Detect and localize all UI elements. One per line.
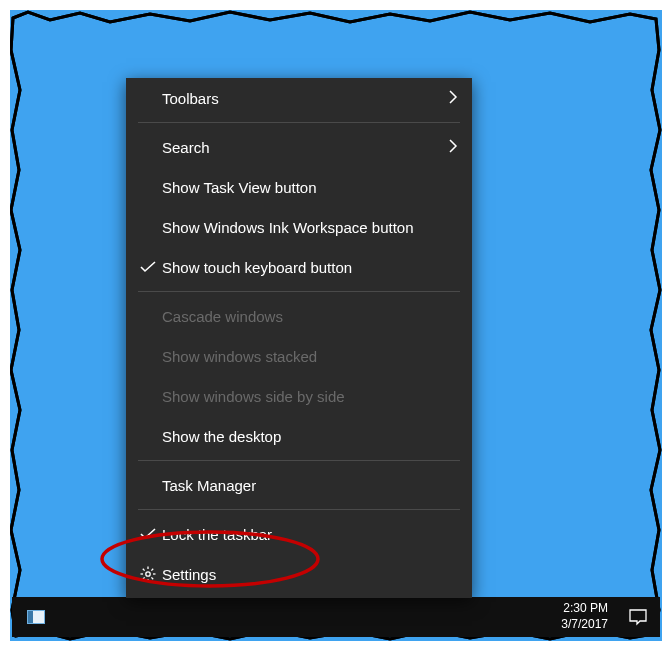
menu-label: Task Manager <box>162 477 458 494</box>
menu-label: Show touch keyboard button <box>162 259 458 276</box>
chevron-right-icon <box>448 90 458 107</box>
menu-label: Show windows stacked <box>162 348 458 365</box>
menu-label: Search <box>162 139 448 156</box>
taskview-button[interactable] <box>12 597 60 637</box>
svg-line-5 <box>143 569 145 571</box>
menu-separator <box>138 509 460 510</box>
menu-item-cascade-windows: Cascade windows <box>126 296 472 336</box>
menu-item-task-manager[interactable]: Task Manager <box>126 465 472 505</box>
menu-item-lock-taskbar[interactable]: Lock the taskbar <box>126 514 472 554</box>
menu-label: Show the desktop <box>162 428 458 445</box>
menu-label: Show windows side by side <box>162 388 458 405</box>
menu-separator <box>138 460 460 461</box>
menu-item-toolbars[interactable]: Toolbars <box>126 78 472 118</box>
menu-label: Lock the taskbar <box>162 526 458 543</box>
menu-label: Show Windows Ink Workspace button <box>162 219 458 236</box>
menu-item-search[interactable]: Search <box>126 127 472 167</box>
taskview-icon <box>27 610 45 624</box>
menu-item-show-touch-keyboard[interactable]: Show touch keyboard button <box>126 247 472 287</box>
menu-label: Cascade windows <box>162 308 458 325</box>
menu-item-show-desktop[interactable]: Show the desktop <box>126 416 472 456</box>
action-center-button[interactable] <box>616 597 660 637</box>
clock-time: 2:30 PM <box>561 601 608 617</box>
svg-point-0 <box>146 572 150 576</box>
menu-separator <box>138 122 460 123</box>
menu-label: Settings <box>162 566 458 583</box>
svg-line-8 <box>143 577 145 579</box>
menu-item-show-stacked: Show windows stacked <box>126 336 472 376</box>
menu-item-settings[interactable]: Settings <box>126 554 472 594</box>
menu-label: Toolbars <box>162 90 448 107</box>
menu-item-show-side-by-side: Show windows side by side <box>126 376 472 416</box>
taskbar: 2:30 PM 3/7/2017 <box>12 597 660 637</box>
checkmark-icon <box>134 261 162 273</box>
svg-line-6 <box>151 577 153 579</box>
notification-icon <box>629 608 647 626</box>
clock-date: 3/7/2017 <box>561 617 608 633</box>
svg-line-7 <box>151 569 153 571</box>
checkmark-icon <box>134 528 162 540</box>
gear-icon <box>134 566 162 582</box>
menu-item-show-ink-workspace[interactable]: Show Windows Ink Workspace button <box>126 207 472 247</box>
taskbar-context-menu: Toolbars Search Show Task View button Sh… <box>126 78 472 598</box>
menu-label: Show Task View button <box>162 179 458 196</box>
chevron-right-icon <box>448 139 458 156</box>
menu-item-show-task-view[interactable]: Show Task View button <box>126 167 472 207</box>
system-clock[interactable]: 2:30 PM 3/7/2017 <box>553 601 616 632</box>
menu-separator <box>138 291 460 292</box>
